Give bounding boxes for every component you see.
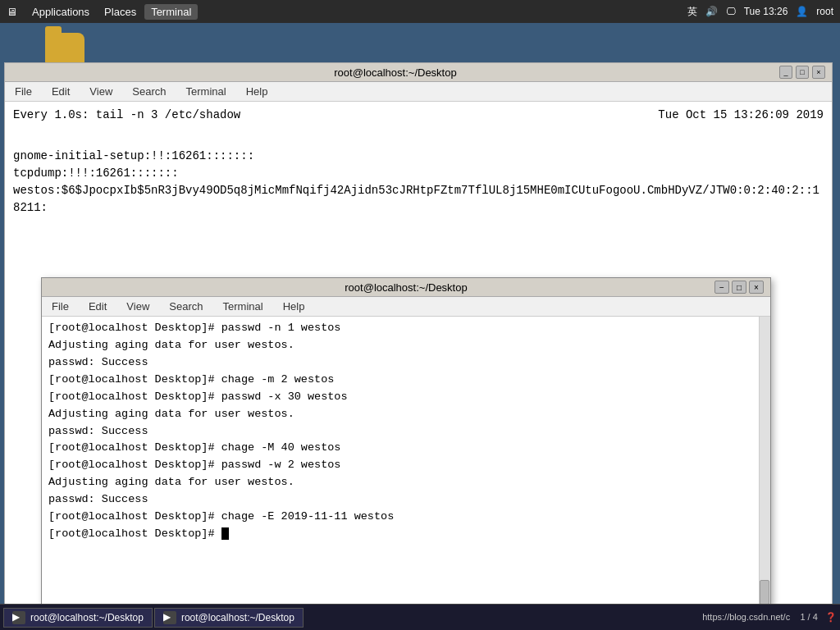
topbar-app-places[interactable]: Places: [98, 4, 143, 20]
cmd-line-4: [root@localhost Desktop]# chage -m 2 wes…: [48, 372, 764, 389]
main-win-control-buttons: _ □ ×: [779, 66, 825, 79]
terminal-main-title: root@localhost:~/Desktop: [11, 66, 779, 79]
menu-edit[interactable]: Edit: [48, 84, 73, 99]
terminal-second-title: root@localhost:~/Desktop: [98, 281, 714, 294]
cmd-line-5: [root@localhost Desktop]# passwd -x 30 w…: [48, 389, 764, 406]
shadow-line-1: gnome-initial-setup:!!:16261:::::::: [13, 148, 824, 165]
taskbar: ▶ root@localhost:~/Desktop ▶ root@localh…: [0, 604, 840, 630]
menu-search[interactable]: Search: [129, 84, 169, 99]
minimize-button[interactable]: _: [779, 66, 792, 79]
cmd-line-2: Adjusting aging data for user westos.: [48, 337, 764, 354]
shadow-line-3: westos:$6$JpocpxIb$5nR3jBvy49OD5q8jMicMm…: [13, 182, 824, 217]
minimize-button-2[interactable]: −: [714, 281, 729, 294]
topbar-app-terminal[interactable]: Terminal: [144, 4, 198, 20]
cmd-line-7: passwd: Success: [48, 423, 764, 441]
topbar-left: 🖥 Applications Places Terminal: [7, 4, 198, 20]
taskbar-right: https://blog.csdn.net/c 1 / 4 ❓: [702, 612, 837, 623]
watch-command: Every 1.0s: tail -n 3 /etc/shadow: [13, 107, 240, 124]
terminal-main-titlebar: root@localhost:~/Desktop _ □ ×: [5, 63, 832, 82]
desktop: root@localhost:~/Desktop _ □ × File Edit…: [0, 23, 840, 604]
cmd-line-8: [root@localhost Desktop]# chage -M 40 we…: [48, 440, 764, 457]
system-logo-icon[interactable]: 🖥: [7, 6, 17, 18]
system-topbar: 🖥 Applications Places Terminal 英 🔊 🖵 Tue…: [0, 0, 840, 23]
cmd-line-13: [root@localhost Desktop]#: [48, 526, 764, 543]
terminal-second-titlebar: root@localhost:~/Desktop − □ ×: [42, 278, 770, 297]
menu-view[interactable]: View: [86, 84, 116, 99]
scrollbar-thumb[interactable]: [760, 580, 769, 605]
maximize-button[interactable]: □: [796, 66, 809, 79]
taskbar-label-1: root@localhost:~/Desktop: [30, 612, 144, 623]
cmd-line-3: passwd: Success: [48, 354, 764, 372]
menu-terminal[interactable]: Terminal: [183, 84, 230, 99]
menu2-terminal[interactable]: Terminal: [220, 299, 267, 314]
cmd-line-11: passwd: Success: [48, 491, 764, 509]
second-win-control-buttons: − □ ×: [714, 281, 764, 294]
folder-icon: [45, 33, 84, 64]
scrollbar[interactable]: [759, 317, 770, 621]
shadow-line-empty: [13, 130, 824, 148]
taskbar-page-indicator: 1 / 4: [800, 612, 817, 622]
close-button[interactable]: ×: [812, 66, 825, 79]
watch-datetime: Tue Oct 15 13:26:09 2019: [658, 107, 824, 124]
menu-help[interactable]: Help: [243, 84, 272, 99]
taskbar-item-1[interactable]: ▶ root@localhost:~/Desktop: [3, 608, 153, 628]
user-icon[interactable]: 👤: [796, 6, 808, 17]
taskbar-left: ▶ root@localhost:~/Desktop ▶ root@localh…: [3, 608, 304, 628]
menu2-view[interactable]: View: [123, 299, 153, 314]
lang-indicator[interactable]: 英: [687, 5, 697, 19]
cmd-line-1: [root@localhost Desktop]# passwd -n 1 we…: [48, 320, 764, 337]
topbar-right: 英 🔊 🖵 Tue 13:26 👤 root: [687, 5, 833, 19]
topbar-apps: Applications Places Terminal: [25, 4, 198, 20]
terminal-main-menubar: File Edit View Search Terminal Help: [5, 82, 832, 102]
cmd-line-12: [root@localhost Desktop]# chage -E 2019-…: [48, 509, 764, 526]
watch-header-line: Every 1.0s: tail -n 3 /etc/shadow Tue Oc…: [13, 107, 824, 124]
menu2-edit[interactable]: Edit: [85, 299, 110, 314]
taskbar-label-2: root@localhost:~/Desktop: [181, 612, 294, 623]
taskbar-url: https://blog.csdn.net/c: [702, 612, 790, 622]
shadow-line-2: tcpdump:!!!:16261:::::::: [13, 165, 824, 182]
cmd-line-10: Adjusting aging data for user westos.: [48, 474, 764, 491]
terminal-taskbar-icon-2: ▶: [163, 611, 176, 624]
taskbar-help-icon[interactable]: ❓: [825, 612, 837, 622]
volume-icon[interactable]: 🔊: [705, 6, 718, 17]
menu2-search[interactable]: Search: [166, 299, 206, 314]
cmd-line-9: [root@localhost Desktop]# passwd -w 2 we…: [48, 457, 764, 474]
cmd-line-6: Adjusting aging data for user westos.: [48, 406, 764, 423]
terminal-taskbar-icon-1: ▶: [12, 611, 25, 624]
terminal-cursor: [221, 527, 229, 540]
maximize-button-2[interactable]: □: [732, 281, 746, 294]
menu-file[interactable]: File: [11, 84, 35, 99]
display-icon[interactable]: 🖵: [726, 6, 736, 17]
desktop-folder[interactable]: [45, 33, 84, 64]
close-button-2[interactable]: ×: [749, 281, 764, 294]
terminal-second-menubar: File Edit View Search Terminal Help: [42, 297, 770, 317]
menu2-file[interactable]: File: [48, 299, 72, 314]
terminal-second-content-wrapper: [root@localhost Desktop]# passwd -n 1 we…: [42, 317, 770, 621]
datetime-display: Tue 13:26: [744, 6, 788, 17]
terminal-second-content[interactable]: [root@localhost Desktop]# passwd -n 1 we…: [42, 317, 770, 621]
topbar-app-applications[interactable]: Applications: [25, 4, 96, 20]
taskbar-item-2[interactable]: ▶ root@localhost:~/Desktop: [154, 608, 304, 628]
menu2-help[interactable]: Help: [280, 299, 308, 314]
username-display: root: [816, 6, 833, 17]
terminal-second-window: root@localhost:~/Desktop − □ × File Edit…: [41, 277, 771, 622]
